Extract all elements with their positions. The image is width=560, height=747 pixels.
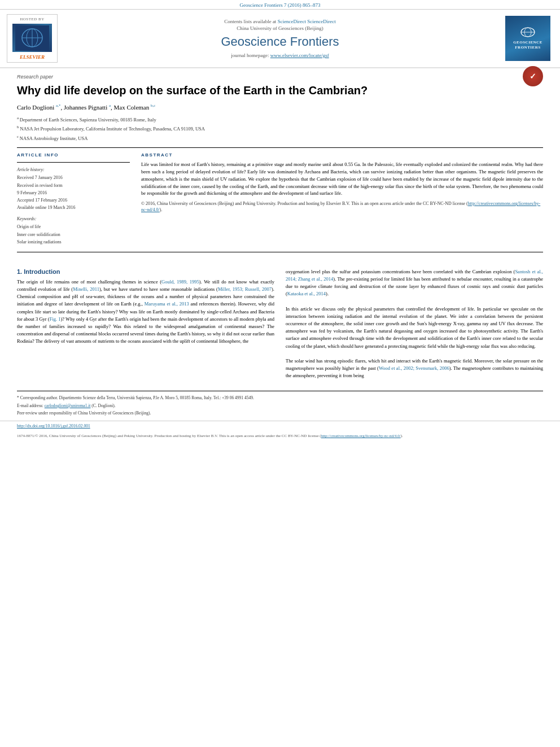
author-1-name: Carlo Doglioni	[17, 104, 56, 111]
copyright-text: © 2016, China University of Geosciences …	[141, 200, 543, 213]
history-label: Article history:	[17, 167, 130, 172]
keyword-2: Inner core solidification	[17, 231, 130, 238]
journal-header-center: Contents lists available at ScienceDirec…	[63, 14, 497, 63]
body-col-right: oxygenation level plus the sulfur and po…	[286, 268, 543, 380]
ref-miller-russell[interactable]: Miller, 1953; Russell, 2007	[218, 286, 272, 292]
bottom-license-text: 1674-8871/© 2016, China University of Ge…	[0, 431, 560, 442]
section-divider-1	[17, 147, 543, 148]
intro-body-right: oxygenation level plus the sulfur and po…	[286, 268, 543, 380]
bottom-issn-text: 1674-8871/© 2016, China University of Ge…	[17, 434, 321, 438]
aff-b-text: NASA Jet Propulsion Laboratory, Californ…	[20, 126, 205, 132]
affiliation-b: b NASA Jet Propulsion Laboratory, Califo…	[17, 124, 543, 133]
ref-santosh[interactable]: Santosh et al., 2014; Zhang et al., 2014	[286, 269, 543, 282]
copyright-end: ).	[160, 207, 163, 212]
doi-bar: http://dx.doi.org/10.1016/j.gsf.2016.02.…	[0, 421, 560, 431]
received-date: Received 7 January 2016	[17, 174, 130, 181]
title-row: Why did life develop on the surface of t…	[17, 83, 543, 103]
crossmark-badge: ✓	[523, 66, 543, 86]
affiliation-a: a Department of Earth Sciences, Sapienza…	[17, 115, 543, 124]
bottom-license-url[interactable]: http://creativecommons.org/licenses/by-n…	[321, 434, 401, 438]
introduction-title: 1. Introduction	[17, 268, 274, 275]
bottom-license-end: ).	[401, 434, 403, 438]
china-university-text: China University of Geosciences (Beijing…	[237, 25, 323, 31]
article-info-column: ARTICLE INFO Article history: Received 7…	[17, 152, 130, 246]
abstract-text: Life was limited for most of Earth's his…	[141, 161, 543, 197]
elsevier-text: ELSEVIER	[20, 54, 45, 60]
ref-fig1[interactable]: Fig. 1	[50, 316, 61, 322]
affiliations-block: a Department of Earth Sciences, Sapienza…	[17, 115, 543, 142]
two-column-body: 1. Introduction The origin of life remai…	[17, 268, 543, 380]
sciencedirect-line: Contents lists available at ScienceDirec…	[224, 19, 336, 24]
keywords-label: Keywords:	[17, 216, 130, 221]
abstract-header: ABSTRACT	[141, 152, 543, 158]
keyword-3: Solar ionizing radiations	[17, 239, 130, 245]
body-col-left: 1. Introduction The origin of life remai…	[17, 268, 274, 380]
elsevier-logo-image	[12, 24, 52, 52]
copyright-prefix: © 2016, China University of Geosciences …	[141, 201, 468, 206]
corresponding-author-note: * Corresponding author. Dipartimento Sci…	[17, 395, 543, 401]
homepage-url[interactable]: www.elsevier.com/locate/gsf	[270, 53, 329, 58]
email-link[interactable]: carlodoglioni@uniroma1.it	[45, 403, 91, 408]
abstract-column: ABSTRACT Life was limited for most of Ea…	[141, 152, 543, 246]
ref-maruyama[interactable]: Maruyama et al., 2013	[145, 301, 189, 307]
accepted-date: Accepted 17 February 2016	[17, 197, 130, 203]
footnotes-area: * Corresponding author. Dipartimento Sci…	[17, 391, 543, 416]
homepage-label: journal homepage:	[231, 53, 269, 58]
author-separator-1: , Johannes Pignatti	[60, 104, 109, 111]
journal-citation-banner: Geoscience Frontiers 7 (2016) 865–873	[0, 0, 560, 10]
title-wrap: Why did life develop on the surface of t…	[17, 83, 517, 103]
intro-title-text: Introduction	[24, 268, 60, 275]
email-label: E-mail address:	[17, 403, 43, 408]
doi-link[interactable]: http://dx.doi.org/10.1016/j.gsf.2016.02.…	[17, 423, 90, 429]
email-person: (C. Doglioni).	[91, 403, 115, 408]
received-revised-label: Received in revised form	[17, 182, 130, 189]
info-divider	[17, 162, 130, 163]
keywords-section: Keywords: Origin of life Inner core soli…	[17, 216, 130, 245]
intro-body-left: The origin of life remains one of most c…	[17, 278, 274, 346]
section-divider-2	[17, 252, 543, 252]
article-info-abstract-section: ARTICLE INFO Article history: Received 7…	[17, 152, 543, 246]
ref-gould[interactable]: Gould, 1989, 1995	[161, 279, 199, 285]
main-body-content: 1. Introduction The origin of life remai…	[0, 263, 560, 386]
geoscience-frontiers-badge: GEOSCIENCEFRONTIERS	[505, 16, 550, 61]
aff-a-text: Department of Earth Sciences, Sapienza U…	[20, 116, 156, 122]
article-content: Research paper Why did life develop on t…	[0, 68, 560, 263]
email-footnote: E-mail address: carlodoglioni@uniroma1.i…	[17, 403, 543, 409]
journal-homepage-line: journal homepage: www.elsevier.com/locat…	[231, 53, 329, 58]
aff-c-text: NASA Astrobiology Institute, USA	[20, 136, 88, 141]
sciencedirect-display: ScienceDirect	[307, 19, 335, 24]
sciencedirect-link[interactable]: ScienceDirect	[278, 19, 306, 24]
affiliation-c: c NASA Astrobiology Institute, USA	[17, 134, 543, 142]
author-3-sup: b,c	[151, 103, 155, 108]
intro-number: 1.	[17, 268, 22, 275]
authors-line: Carlo Doglioni a,*, Johannes Pignatti a,…	[17, 103, 543, 111]
ref-kataoka[interactable]: Kataoka et al., 2014	[287, 291, 326, 296]
journal-citation: Geoscience Frontiers 7 (2016) 865–873	[240, 2, 321, 8]
ref-wood-svensmark[interactable]: Wood et al., 2002; Svensmark, 2006	[379, 365, 449, 371]
article-info-header: ARTICLE INFO	[17, 152, 130, 158]
gf-badge-title: GEOSCIENCEFRONTIERS	[513, 40, 542, 50]
article-title: Why did life develop on the surface of t…	[17, 83, 517, 98]
ref-minelli[interactable]: Minelli, 2011	[73, 286, 99, 292]
gf-badge-container: GEOSCIENCEFRONTIERS	[502, 14, 553, 63]
author-separator-2: , Max Coleman	[111, 104, 151, 111]
contents-available-text: Contents lists available at	[224, 19, 276, 24]
elsevier-logo-box: HOSTED BY ELSEVIER	[7, 14, 58, 63]
article-type-label: Research paper	[17, 74, 543, 80]
available-date: Available online 19 March 2016	[17, 204, 130, 211]
revised-date: 9 February 2016	[17, 190, 130, 196]
journal-header: HOSTED BY ELSEVIER Contents lists availa…	[0, 10, 560, 68]
corresponding-note-text: * Corresponding author. Dipartimento Sci…	[17, 395, 254, 400]
hosted-by-label: HOSTED BY	[20, 17, 45, 21]
keyword-1: Origin of life	[17, 224, 130, 230]
peer-review-note: Peer-review under responsibility of Chin…	[17, 410, 543, 416]
journal-title: Geoscience Frontiers	[221, 34, 339, 49]
